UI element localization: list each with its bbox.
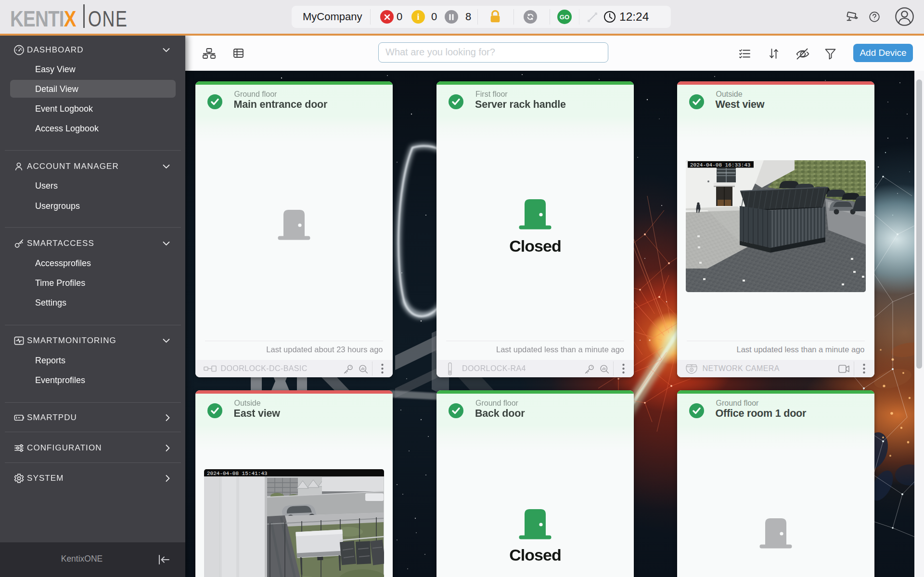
svg-text:2024-04-08 15:41:43: 2024-04-08 15:41:43 [207,471,267,476]
svg-text:2024-04-08 16:33:43: 2024-04-08 16:33:43 [690,162,750,168]
